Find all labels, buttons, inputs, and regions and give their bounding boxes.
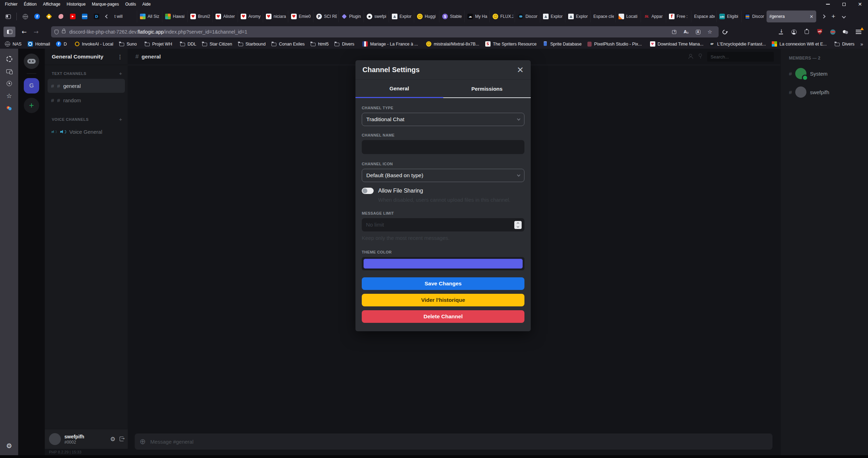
browser-tab[interactable]: Huggi [414, 11, 439, 22]
bookmark-folder[interactable]: Divers [334, 42, 354, 47]
voice-channel-item[interactable]: Voice General [48, 125, 125, 139]
browser-tab[interactable]: Locati [615, 11, 641, 22]
browser-tab[interactable]: My Ha [464, 11, 489, 22]
pinned-tab[interactable] [55, 11, 67, 22]
tab-close-icon[interactable]: ✕ [808, 14, 815, 19]
browser-tab[interactable]: FLUX.2 [489, 11, 515, 22]
bookmark-item[interactable]: Sprite Database [543, 41, 582, 47]
account-button[interactable] [788, 27, 800, 37]
browser-tab[interactable]: Stable [439, 11, 464, 22]
browser-tab[interactable]: Bruni2 [187, 11, 212, 22]
firefox-view-button[interactable] [2, 11, 14, 22]
bookmark-item[interactable]: mistralai/Mixtral-8x7B... [426, 41, 479, 47]
bookmark-folder[interactable]: DDL [180, 42, 196, 47]
discord-home-button[interactable] [24, 54, 39, 69]
bookmark-folder[interactable]: Divers [835, 42, 854, 47]
add-text-channel-button[interactable]: + [119, 70, 122, 76]
downloads-button[interactable] [775, 27, 787, 37]
server-icon-general-community[interactable]: G [24, 78, 39, 93]
bookmark-star-button[interactable] [705, 27, 715, 36]
server-menu-icon[interactable]: ⋮ [117, 54, 123, 60]
save-page-button[interactable] [669, 27, 679, 36]
maximize-button[interactable] [836, 0, 852, 8]
bookmark-item[interactable]: La connexion Wifi et E... [772, 41, 827, 47]
member-row[interactable]: # System [789, 68, 868, 79]
url-bar[interactable]: discord-like-php-chat-7262.dev.flatlogic… [51, 26, 719, 37]
bookmark-folder[interactable]: Starbound [238, 42, 266, 47]
message-input[interactable] [150, 439, 768, 445]
bookmark-folder[interactable]: html5 [311, 42, 329, 47]
browser-tab[interactable]: Free : [666, 11, 691, 22]
menu-historique[interactable]: Historique [67, 2, 86, 7]
browser-tab[interactable]: Hawai [162, 11, 187, 22]
channel-item-random[interactable]: # # random [48, 93, 125, 107]
clear-history-button[interactable]: Vider l'historique [362, 294, 524, 306]
browser-tab[interactable]: t will [112, 11, 137, 22]
browser-tab[interactable]: Espace abo [691, 11, 716, 22]
lock-icon[interactable] [62, 30, 65, 33]
bookmark-item[interactable]: PixelPlush Studio - Pix... [587, 42, 642, 47]
tab-general[interactable]: General [355, 80, 443, 98]
menu-affichage[interactable]: Affichage [43, 2, 61, 7]
browser-tab[interactable]: Aromy [238, 11, 263, 22]
reader-mode-button[interactable] [693, 27, 703, 36]
pinned-tab[interactable] [19, 11, 31, 22]
channel-icon-select[interactable]: Default (Based on type) [362, 169, 524, 182]
pinned-tab[interactable] [67, 11, 79, 22]
tab-permissions[interactable]: Permissions [443, 80, 531, 98]
pinned-tab[interactable] [91, 11, 103, 22]
bookmarks-sidebar-button[interactable] [3, 90, 15, 102]
app-menu-button[interactable] [853, 27, 865, 37]
menu-aide[interactable]: Aide [142, 2, 151, 7]
ublock-extension-button[interactable] [814, 27, 826, 37]
channel-type-select[interactable]: Traditional Chat [362, 113, 524, 126]
bookmark-item[interactable]: NAS [5, 41, 22, 47]
back-button[interactable]: ← [18, 27, 30, 37]
bookmark-item[interactable]: D [56, 41, 67, 47]
new-tab-button[interactable]: + [828, 11, 839, 22]
bookmark-item[interactable]: Hotmail [28, 41, 50, 47]
extension-button[interactable] [840, 27, 852, 37]
synced-tabs-button[interactable] [3, 65, 15, 77]
server-header[interactable]: General Community ⋮ [45, 49, 128, 65]
reload-button[interactable] [719, 27, 731, 37]
tracking-shield-icon[interactable] [55, 30, 58, 34]
search-input[interactable] [707, 52, 774, 62]
pinned-tab[interactable] [79, 11, 91, 22]
extension-sidebar-button[interactable] [3, 102, 15, 114]
menu-edition[interactable]: Édition [24, 2, 37, 7]
list-tabs-button[interactable] [839, 11, 849, 22]
save-changes-button[interactable]: Save Changes [362, 277, 524, 290]
browser-tab[interactable]: Emie0 [288, 11, 313, 22]
add-server-button[interactable]: + [24, 98, 39, 113]
ai-chatbot-button[interactable] [3, 53, 15, 65]
bookmark-item[interactable]: Mariage - La France à ... [362, 41, 418, 47]
browser-tab[interactable]: Explor [565, 11, 590, 22]
menu-fichier[interactable]: Fichier [5, 2, 17, 7]
browser-tab[interactable]: Discor [741, 11, 767, 22]
browser-tab[interactable]: Eligibi [716, 11, 741, 22]
user-settings-button[interactable]: ⚙ [110, 436, 115, 443]
close-button[interactable]: ✕ [852, 0, 868, 8]
message-limit-input[interactable] [362, 218, 524, 231]
browser-tab[interactable]: All Siz [137, 11, 162, 22]
url-text[interactable]: discord-like-php-chat-7262.dev.flatlogic… [69, 29, 666, 35]
pinned-messages-button[interactable] [699, 54, 702, 60]
extensions-button[interactable] [801, 27, 813, 37]
logout-button[interactable] [120, 436, 124, 443]
bookmark-item[interactable]: The Spriters Resource [485, 41, 537, 47]
bookmark-folder[interactable]: Star Citizen [202, 42, 232, 47]
browser-tab[interactable]: swefpi [364, 11, 389, 22]
privacy-extension-button[interactable] [827, 27, 839, 37]
scroll-tabs-left-button[interactable] [103, 11, 112, 22]
bookmarks-overflow-button[interactable]: » [860, 41, 863, 47]
history-button[interactable] [3, 77, 15, 90]
attach-icon[interactable]: ⊕ [140, 437, 146, 446]
browser-tab[interactable]: niciara [263, 11, 288, 22]
active-browser-tab[interactable]: #genera✕ [767, 11, 816, 22]
bookmark-item[interactable]: InvokeAI - Local [75, 42, 113, 47]
bookmark-folder[interactable]: Conan Exiles [271, 42, 305, 47]
browser-tab[interactable]: Explor [389, 11, 414, 22]
minimize-button[interactable] [820, 0, 836, 8]
add-voice-channel-button[interactable]: + [119, 116, 122, 122]
